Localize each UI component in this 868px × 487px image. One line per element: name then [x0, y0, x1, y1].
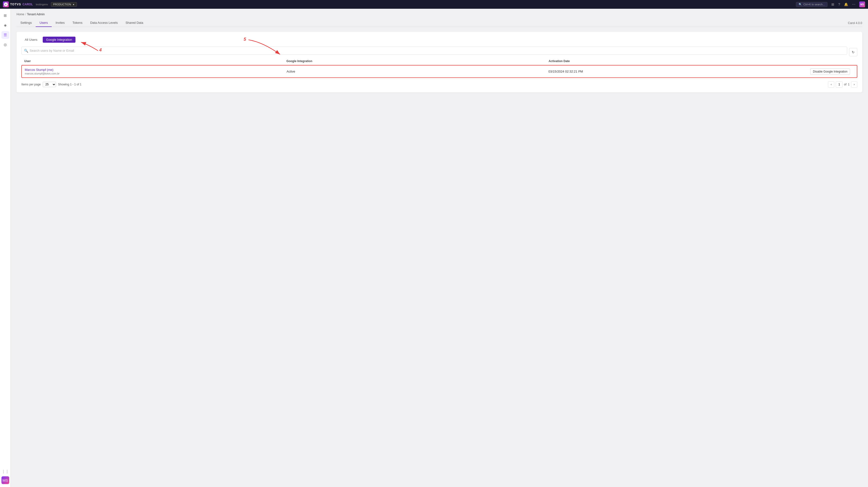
total-pages: 1 [848, 83, 849, 86]
disable-google-integration-button[interactable]: Disable Google Integration [810, 68, 850, 75]
content-card: All Users Google Integration 🔍 ↻ User Go… [17, 32, 862, 92]
search-input[interactable] [28, 47, 844, 54]
pagination-left: Items per page 25 50 100 Showing 1 - 1 o… [21, 82, 82, 87]
totvs-label: TOTVS [10, 3, 21, 6]
dots-menu-icon[interactable]: ⋯ [852, 2, 856, 6]
breadcrumb-home[interactable]: Home [17, 12, 24, 16]
bell-icon[interactable]: 🔔 [844, 2, 848, 6]
showing-text: Showing 1 - 1 of 1 [58, 83, 82, 86]
col-header-actions [811, 59, 855, 63]
pagination-row: Items per page 25 50 100 Showing 1 - 1 o… [21, 81, 857, 88]
cell-actions: Disable Google Integration [810, 68, 854, 75]
breadcrumb-separator: / [25, 12, 26, 16]
sidebar-item-list[interactable]: ☰ [1, 31, 9, 39]
of-label: of [844, 83, 846, 86]
breadcrumb: Home / Tenant Admin [17, 12, 862, 16]
svg-text:T: T [5, 4, 6, 6]
sub-tab-all-users[interactable]: All Users [21, 37, 41, 43]
breadcrumb-current: Tenant Admin [27, 12, 45, 16]
page-number-input[interactable] [836, 81, 842, 88]
search-icon: 🔍 [799, 3, 802, 6]
tabs-bar: Settings Users Invites Tokens Data Acces… [17, 19, 862, 27]
logo-area: T TOTVS CAROL [3, 1, 33, 7]
sidebar-item-pin[interactable]: ◈ [1, 21, 9, 29]
col-header-google-integration: Google Integration [286, 59, 549, 63]
grid-apps-icon[interactable]: ⊞ [831, 2, 834, 6]
carol-label: CAROL [23, 3, 33, 6]
nav-right: 🔍 Ctrl+K to search... ⊞ ? 🔔 ⋯ MS [796, 1, 865, 7]
search-row: 🔍 ↻ [21, 47, 857, 58]
search-icon: 🔍 [24, 49, 28, 53]
cell-google-integration: Active [287, 70, 549, 73]
sidebar-item-target[interactable]: ◎ [1, 41, 9, 49]
sub-tabs: All Users Google Integration [21, 37, 857, 43]
table-header: User Google Integration Activation Date [21, 58, 857, 65]
prev-page-button[interactable]: ‹ [828, 81, 834, 88]
app-logo: T [3, 1, 9, 7]
user-name: Marcos Stumpf [25, 68, 46, 71]
page-version: Carol 4.0.0 [848, 21, 862, 25]
tab-settings[interactable]: Settings [17, 19, 36, 27]
help-icon[interactable]: ? [838, 2, 840, 6]
sidebar-user-avatar[interactable]: MS [1, 476, 9, 484]
col-header-user: User [24, 59, 286, 63]
items-per-page-select[interactable]: 25 50 100 [43, 82, 56, 87]
tab-data-access[interactable]: Data Access Levels [86, 19, 122, 27]
table-row: Marcos Stumpf (me) marcos.stumpf@totvs.c… [21, 65, 857, 78]
sidebar-item-dots[interactable]: ⋮⋮ [1, 467, 9, 475]
tab-tokens[interactable]: Tokens [69, 19, 86, 27]
global-search[interactable]: 🔍 Ctrl+K to search... [796, 2, 828, 7]
user-email: marcos.stumpf@totvs.com.br [25, 72, 287, 75]
user-avatar[interactable]: MS [859, 1, 865, 7]
sub-tab-google-integration[interactable]: Google Integration [43, 37, 75, 43]
env-badge[interactable]: PRODUCTION ▼ [51, 2, 77, 6]
top-navbar: T TOTVS CAROL testingenv PRODUCTION ▼ 🔍 … [0, 0, 868, 9]
me-badge: (me) [47, 68, 53, 71]
tab-shared-data[interactable]: Shared Data [122, 19, 147, 27]
items-per-page-label: Items per page [21, 83, 41, 86]
next-page-button[interactable]: › [851, 81, 857, 88]
cell-user: Marcos Stumpf (me) marcos.stumpf@totvs.c… [25, 68, 287, 75]
refresh-button[interactable]: ↻ [849, 48, 857, 56]
chevron-down-icon: ▼ [72, 3, 75, 6]
cell-activation-date: 03/15/2024 02:32:21 PM [549, 70, 810, 73]
tab-invites[interactable]: Invites [52, 19, 69, 27]
search-container: 🔍 [21, 47, 847, 55]
tab-users[interactable]: Users [36, 19, 52, 27]
col-header-activation-date: Activation Date [549, 59, 811, 63]
left-sidebar: ⊞ ◈ ☰ ◎ ⋮⋮ MS [0, 9, 11, 487]
sidebar-item-grid[interactable]: ⊞ [1, 12, 9, 20]
env-name: testingenv [36, 3, 48, 6]
pagination-right: ‹ of 1 › [828, 81, 857, 88]
main-content: Carol 4.0.0 Home / Tenant Admin Settings… [11, 9, 868, 487]
